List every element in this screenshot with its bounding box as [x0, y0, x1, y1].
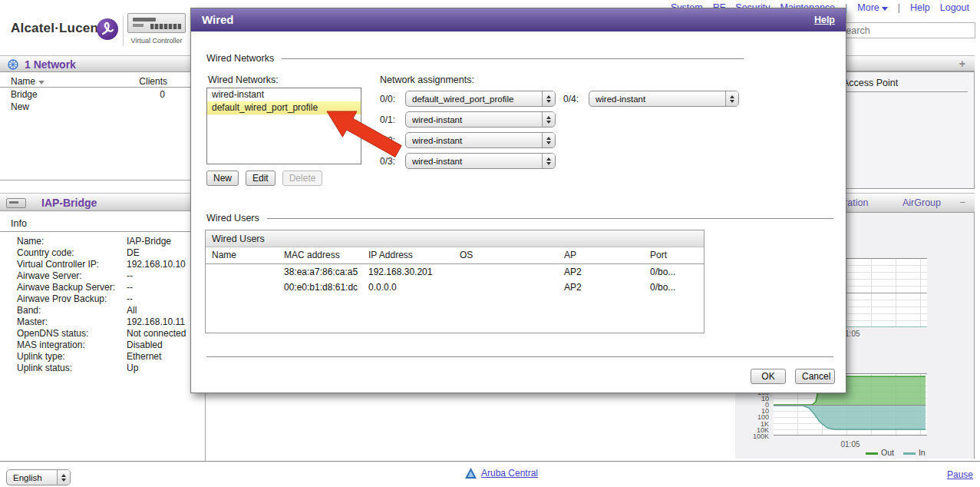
virtual-controller-caption: Virtual Controller [126, 37, 187, 45]
select-arrows-icon [542, 133, 555, 147]
dialog-help-link[interactable]: Help [814, 15, 835, 25]
wired-networks-fieldset: Wired Networks [206, 53, 744, 64]
logout-link[interactable]: Logout [940, 2, 969, 13]
select-arrows-icon [542, 154, 555, 168]
info-row: Uplink status:Up [17, 363, 203, 374]
access-point-list-title: Access Point [843, 78, 898, 88]
tab-info[interactable]: Info [11, 218, 27, 229]
info-row: Name:IAP-Bridge [17, 236, 203, 247]
nav-separator: | [898, 2, 900, 13]
port-profile-select[interactable]: wired-instant [405, 153, 556, 169]
sort-arrow-icon [38, 81, 45, 84]
cancel-button[interactable]: Cancel [795, 369, 835, 384]
edit-button[interactable]: Edit [246, 171, 276, 186]
legend-out-swatch [866, 452, 878, 455]
info-row: Country code:DE [17, 247, 203, 259]
network-icon [7, 58, 19, 71]
network-panel-title: 1 Network [25, 58, 76, 71]
throughput-ytick: 100K [741, 433, 769, 439]
throughput-legend: Out In [866, 448, 926, 457]
table-row[interactable]: 38:ea:a7:86:ca:a5192.168.30.201 AP20/bo.… [206, 264, 704, 280]
info-row: MAS integration:Disabled [17, 340, 203, 351]
users-column-header: Port [644, 247, 704, 263]
alcatel-logo-icon [97, 18, 118, 40]
select-arrows-icon [57, 470, 70, 485]
brand-logo-text: Alcatel·Lucent [11, 21, 103, 36]
network-row[interactable]: Bridge0 [0, 88, 206, 101]
select-arrows-icon [725, 91, 738, 106]
column-name[interactable]: Name [11, 76, 45, 87]
search-input[interactable] [834, 22, 975, 38]
info-row: Master:192.168.10.11 [17, 316, 203, 328]
table-row[interactable]: 00:e0:b1:d8:61:dc0.0.0.0 AP20/bo... [206, 280, 704, 295]
info-tab-underline [0, 231, 206, 232]
page: Alcatel·Lucent Virtual Controller System… [0, 0, 980, 487]
users-column-header: OS [454, 247, 558, 263]
tab-airgroup[interactable]: AirGroup [902, 197, 941, 208]
column-clients[interactable]: Clients [139, 76, 167, 87]
info-row: Band:All [17, 305, 203, 316]
aruba-central-link[interactable]: Aruba Central [481, 468, 538, 479]
select-arrows-icon [542, 91, 555, 106]
wired-networks-list-label: Wired Networks: [208, 75, 279, 85]
users-column-header: Name [206, 247, 278, 263]
port-profile-select[interactable]: default_wired_port_profile [405, 91, 556, 107]
footer-divider [0, 461, 980, 462]
device-panel-title: IAP-Bridge [41, 197, 97, 209]
port-profile-select[interactable]: wired-instant [589, 91, 739, 107]
port-profile-select[interactable]: wired-instant [405, 111, 556, 128]
wired-dialog-titlebar: Wired Help [191, 8, 846, 31]
chevron-down-icon [882, 7, 888, 11]
aruba-logo-icon [465, 468, 477, 479]
info-row: Airwave Prov Backup:-- [17, 293, 203, 305]
info-row: Airwave Server:-- [17, 270, 203, 282]
port-assignment-row: 0/3: wired-instant [380, 151, 556, 171]
port-assignment-row: 0/4: wired-instant [563, 88, 739, 109]
info-row: Airwave Backup Server:-- [17, 282, 203, 293]
users-column-header: MAC address [278, 247, 362, 263]
collapse-button[interactable]: − [959, 197, 965, 208]
pause-link[interactable]: Pause [947, 469, 973, 480]
ok-button[interactable]: OK [751, 369, 786, 384]
header-divider [123, 15, 124, 46]
wired-users-fieldset: Wired Users [206, 213, 833, 224]
dialog-title: Wired [202, 13, 234, 26]
network-panel-header: 1 Network [0, 55, 206, 72]
info-row: Virtual Controller IP:192.168.10.10 [17, 259, 203, 270]
dialog-separator [206, 356, 833, 357]
network-assignments-label: Network assignments: [380, 75, 474, 85]
help-link[interactable]: Help [910, 2, 930, 13]
wired-users-table: Wired Users NameMAC addressIP AddressOSA… [205, 230, 704, 333]
wired-network-item[interactable]: wired-instant [207, 88, 361, 101]
users-column-header: AP [558, 247, 644, 263]
language-select[interactable]: English [6, 469, 71, 485]
new-button[interactable]: New [206, 171, 239, 186]
users-column-header: IP Address [362, 247, 454, 263]
network-row[interactable]: New [0, 101, 206, 113]
wired-dialog: Wired Help Wired Networks Wired Networks… [190, 8, 846, 393]
virtual-controller-image [127, 13, 186, 33]
port-assignment-row: 0/2: wired-instant [380, 130, 556, 151]
annotation-arrow [323, 107, 406, 162]
port-profile-select[interactable]: wired-instant [405, 132, 556, 148]
info-row: Uplink type:Ethernet [17, 351, 203, 363]
add-button[interactable]: + [959, 58, 965, 70]
port-assignment-row: 0/0: default_wired_port_profile [380, 88, 556, 109]
legend-in-swatch [903, 452, 916, 455]
port-assignment-row: 0/1: wired-instant [380, 109, 556, 130]
network-list-border [0, 180, 206, 181]
more-menu[interactable]: More [857, 2, 887, 13]
wired-users-table-title: Wired Users [206, 230, 704, 247]
throughput-chart-xlabel: 01:05 [835, 440, 866, 449]
aruba-central: Aruba Central [465, 468, 538, 479]
select-arrows-icon [542, 112, 555, 127]
info-row: OpenDNS status:Not connected [17, 328, 203, 340]
access-point-icon [6, 198, 26, 208]
device-panel-header: IAP-Bridge [0, 193, 206, 211]
network-columns: Name Clients [0, 74, 206, 88]
delete-button: Delete [282, 171, 323, 186]
